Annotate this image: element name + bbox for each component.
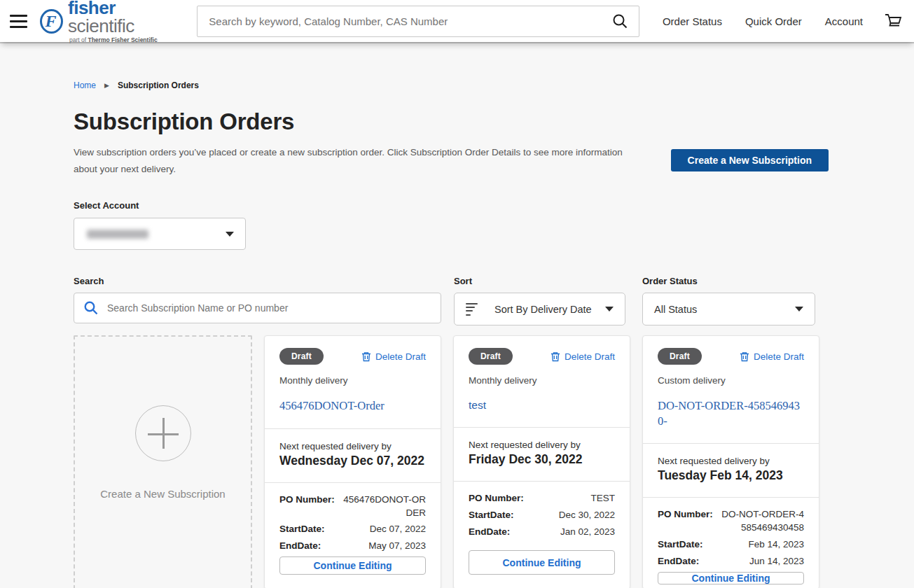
subscription-card: Draft Delete Draft Custom delivery DO-NO…: [642, 335, 819, 588]
logo-tagline: part of Thermo Fisher Scientific: [68, 36, 177, 43]
detail-label: EndDate:: [279, 540, 321, 553]
delivery-frequency: Monthly delivery: [279, 375, 426, 386]
delete-draft-link[interactable]: Delete Draft: [740, 351, 804, 362]
next-delivery-date: Tuesday Feb 14, 2023: [658, 468, 804, 483]
detail-label: StartDate:: [658, 538, 703, 552]
sort-dropdown[interactable]: Sort By Delivery Date: [454, 293, 625, 326]
header-nav: Order Status Quick Order Account: [639, 13, 903, 29]
sort-lines-icon: [466, 302, 478, 316]
search-icon: [611, 13, 628, 29]
nav-account[interactable]: Account: [825, 15, 863, 27]
plus-icon: [135, 405, 191, 461]
next-delivery-label: Next requested delivery by: [279, 441, 426, 451]
sort-dropdown-value: Sort By Delivery Date: [494, 304, 592, 315]
cart-icon: [884, 13, 903, 29]
hamburger-menu-icon[interactable]: [10, 11, 27, 31]
delivery-frequency: Custom delivery: [658, 375, 804, 386]
search-filter-label: Search: [74, 276, 441, 286]
detail-label: EndDate:: [658, 555, 699, 568]
detail-row: PO Number: 456476DONOT-ORDER: [279, 493, 426, 520]
next-delivery-date: Wednesday Dec 07, 2022: [279, 454, 426, 468]
detail-value: 456476DONOT-ORDER: [340, 493, 426, 520]
continue-editing-button[interactable]: Continue Editing: [279, 556, 426, 575]
page-description: View subscription orders you’ve placed o…: [74, 144, 646, 177]
delete-draft-link[interactable]: Delete Draft: [361, 351, 426, 362]
detail-label: StartDate:: [469, 509, 514, 522]
chevron-down-icon: [226, 232, 234, 237]
detail-label: StartDate:: [279, 523, 325, 536]
breadcrumb-current: Subscription Orders: [118, 80, 199, 90]
detail-row: StartDate: Dec 07, 2022: [279, 523, 426, 536]
detail-value: Feb 14, 2023: [748, 538, 804, 552]
create-new-subscription-button[interactable]: Create a New Subscription: [671, 149, 829, 172]
sort-label: Sort: [454, 276, 625, 286]
order-status-label: Order Status: [642, 276, 815, 286]
account-value-redacted: [87, 230, 148, 239]
detail-row: PO Number: DO-NOT-ORDER-4585469430458: [658, 508, 804, 535]
subscription-search-input[interactable]: [74, 293, 441, 323]
cart-button[interactable]: [884, 13, 903, 29]
detail-label: PO Number:: [469, 492, 524, 505]
breadcrumb-separator-icon: ▶: [104, 82, 109, 89]
detail-row: EndDate: Jan 02, 2023: [469, 526, 615, 539]
detail-row: EndDate: May 07, 2023: [279, 540, 426, 553]
nav-quick-order[interactable]: Quick Order: [745, 15, 802, 27]
chevron-down-icon: [605, 307, 614, 312]
select-account-label: Select Account: [74, 200, 829, 211]
detail-row: EndDate: Jun 14, 2023: [658, 555, 804, 568]
detail-value: Dec 07, 2022: [370, 523, 426, 536]
status-badge: Draft: [469, 348, 513, 365]
subscription-card: Draft Delete Draft Monthly delivery test…: [453, 335, 630, 588]
delivery-frequency: Monthly delivery: [469, 375, 615, 386]
subscription-name-link[interactable]: test: [469, 398, 486, 412]
next-delivery-label: Next requested delivery by: [658, 456, 804, 466]
detail-value: Jan 02, 2023: [560, 526, 615, 539]
page-title: Subscription Orders: [74, 108, 829, 135]
detail-row: StartDate: Feb 14, 2023: [658, 538, 804, 552]
detail-value: Dec 30, 2022: [559, 509, 615, 522]
subscription-name-link[interactable]: DO-NOT-ORDER-4585469430-: [658, 398, 804, 428]
chevron-down-icon: [795, 307, 803, 312]
continue-editing-button[interactable]: Continue Editing: [658, 572, 804, 584]
create-subscription-card[interactable]: Create a New Subscription: [74, 335, 252, 588]
global-search-input[interactable]: [197, 6, 639, 37]
next-delivery-date: Friday Dec 30, 2022: [469, 452, 615, 467]
fisher-monogram-icon: F: [40, 9, 63, 34]
order-status-value: All Status: [654, 304, 697, 315]
continue-editing-button[interactable]: Continue Editing: [469, 550, 615, 575]
breadcrumb-home-link[interactable]: Home: [74, 80, 96, 90]
detail-value: May 07, 2023: [368, 540, 426, 553]
fisher-scientific-logo[interactable]: F fisher scientific part of Thermo Fishe…: [40, 0, 177, 43]
status-badge: Draft: [658, 348, 702, 365]
trash-icon: [361, 351, 371, 362]
delete-draft-link[interactable]: Delete Draft: [551, 351, 615, 362]
create-card-label: Create a New Subscription: [100, 488, 225, 500]
subscription-card: Draft Delete Draft Monthly delivery 4564…: [264, 335, 441, 588]
detail-value: TEST: [590, 492, 615, 505]
subscription-name-link[interactable]: 456476DONOT-Order: [279, 398, 385, 413]
trash-icon: [740, 351, 749, 362]
detail-row: PO Number: TEST: [469, 492, 615, 505]
trash-icon: [551, 351, 560, 362]
top-header: F fisher scientific part of Thermo Fishe…: [0, 0, 914, 42]
detail-label: PO Number:: [658, 508, 713, 535]
detail-label: PO Number:: [279, 493, 335, 520]
search-icon: [83, 300, 99, 316]
detail-row: StartDate: Dec 30, 2022: [469, 509, 615, 522]
detail-label: EndDate:: [469, 526, 510, 539]
next-delivery-label: Next requested delivery by: [469, 440, 615, 450]
nav-order-status[interactable]: Order Status: [663, 15, 722, 27]
global-search-button[interactable]: [604, 6, 635, 37]
logo-brand-secondary: scientific: [68, 15, 134, 36]
detail-value: DO-NOT-ORDER-4585469430458: [719, 508, 804, 535]
breadcrumb: Home ▶ Subscription Orders: [74, 42, 829, 90]
status-badge: Draft: [279, 348, 324, 365]
account-select-dropdown[interactable]: [74, 218, 246, 250]
order-status-dropdown[interactable]: All Status: [642, 293, 815, 326]
detail-value: Jun 14, 2023: [749, 555, 804, 568]
